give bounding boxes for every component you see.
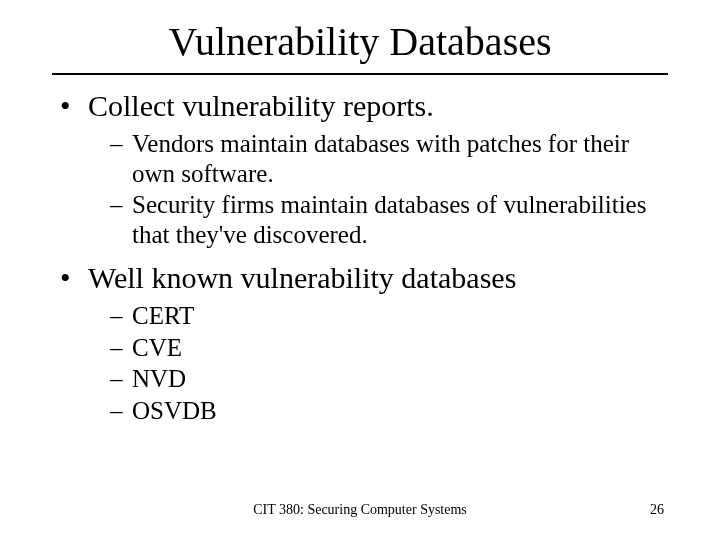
page-number: 26 — [650, 502, 664, 518]
bullet-text: Well known vulnerability databases — [88, 261, 516, 295]
sub-bullet-text: OSVDB — [132, 396, 668, 426]
bullet-level2: – Security firms maintain databases of v… — [110, 190, 668, 249]
bullet-level2: – CVE — [110, 333, 668, 363]
sub-bullet-text: NVD — [132, 364, 668, 394]
slide-container: Vulnerability Databases • Collect vulner… — [0, 0, 720, 540]
sub-bullet-text: Security firms maintain databases of vul… — [132, 190, 668, 249]
footer: CIT 380: Securing Computer Systems 26 — [0, 502, 720, 518]
dash-marker: – — [110, 396, 132, 426]
bullet-level2: – Vendors maintain databases with patche… — [110, 129, 668, 188]
sub-bullet-text: CVE — [132, 333, 668, 363]
bullet-level2: – OSVDB — [110, 396, 668, 426]
bullet-level2: – NVD — [110, 364, 668, 394]
bullet-marker: • — [60, 89, 88, 123]
sub-list: – Vendors maintain databases with patche… — [110, 129, 668, 249]
bullet-level1: • Collect vulnerability reports. — [60, 89, 668, 123]
footer-course: CIT 380: Securing Computer Systems — [0, 502, 720, 518]
sub-list: – CERT – CVE – NVD – OSVDB — [110, 301, 668, 425]
bullet-level2: – CERT — [110, 301, 668, 331]
bullet-level1: • Well known vulnerability databases — [60, 261, 668, 295]
dash-marker: – — [110, 301, 132, 331]
content-area: • Collect vulnerability reports. – Vendo… — [52, 89, 668, 425]
sub-bullet-text: CERT — [132, 301, 668, 331]
dash-marker: – — [110, 333, 132, 363]
bullet-marker: • — [60, 261, 88, 295]
dash-marker: – — [110, 129, 132, 188]
title-divider — [52, 73, 668, 75]
dash-marker: – — [110, 190, 132, 249]
dash-marker: – — [110, 364, 132, 394]
sub-bullet-text: Vendors maintain databases with patches … — [132, 129, 668, 188]
bullet-text: Collect vulnerability reports. — [88, 89, 434, 123]
slide-title: Vulnerability Databases — [52, 18, 668, 65]
